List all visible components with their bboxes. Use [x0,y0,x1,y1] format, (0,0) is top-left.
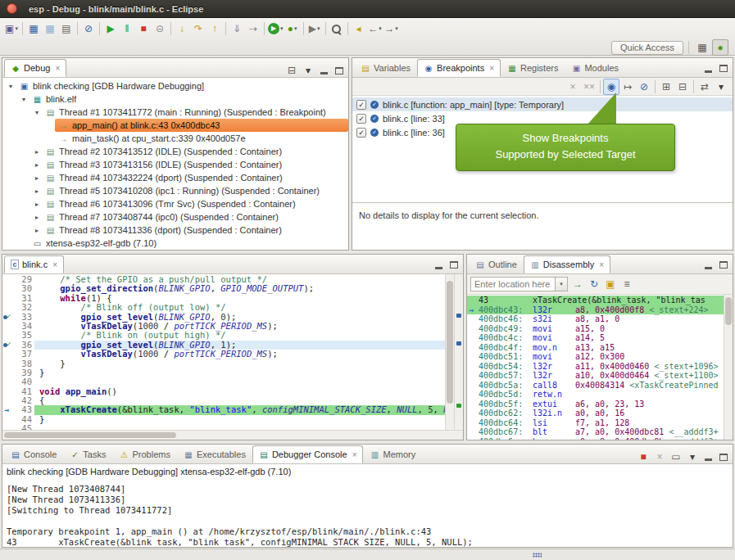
debug-tree-row[interactable]: ▸Thread #3 1073413156 (IDLE) (Suspended … [2,158,348,171]
editor-vertical-scrollbar[interactable] [445,274,454,430]
tab-outline[interactable]: Outline [469,255,524,273]
collapse-all-icon[interactable]: ⊟ [284,62,300,79]
debug-tree-row[interactable]: ▸Thread #6 1073413096 (Tmr Svc) (Suspend… [2,197,348,210]
breakpoint-marker-icon[interactable] [2,341,15,350]
tab-disassembly[interactable]: Disassembly [524,255,610,273]
console-output[interactable]: blink checking [GDB Hardware Debugging] … [2,464,733,547]
location-combo[interactable]: Enter location here [470,277,568,291]
location-input[interactable]: Enter location here [470,277,556,291]
close-icon[interactable] [55,64,60,73]
disassembly-vertical-scrollbar[interactable] [724,295,733,440]
print-icon[interactable]: ▤ [58,20,75,37]
disassembly-line[interactable]: 400dbc4c:movia14, 5 [467,333,724,343]
debug-icon[interactable]: ●▾ [284,20,301,37]
editor-line[interactable]: 38 } [2,359,445,368]
disassembly-line[interactable]: 43xTaskCreate(&blink_task, "blink_tas [467,296,724,305]
tab-memory[interactable]: Memory [363,445,422,463]
collapse-twisty-icon[interactable]: ▾ [19,96,29,103]
breakpoint-checkbox[interactable] [356,100,366,110]
maximize-icon[interactable] [447,259,461,271]
terminate-icon[interactable]: ■ [135,20,152,37]
refresh-icon[interactable]: ↻ [586,276,602,292]
debug-tree-row[interactable]: main_task() at cpu_start.c:339 0x400d057… [2,132,348,145]
expand-twisty-icon[interactable]: ▸ [32,227,42,234]
debug-tree-row[interactable]: ▸Thread #4 1073432224 (dport) (Suspended… [2,171,348,184]
expand-twisty-icon[interactable]: ▸ [32,214,42,221]
save-all-icon[interactable]: ▦ [42,20,58,37]
disconnect-icon[interactable]: ⊝ [152,20,168,37]
minimize-icon[interactable] [432,259,446,271]
sash-handle[interactable] [533,553,542,558]
editor-line[interactable]: 41void app_main() [2,387,445,396]
tab-registers[interactable]: Registers [501,59,565,77]
debug-tree-row[interactable]: ▸Thread #8 1073411336 (dport) (Suspended… [2,224,348,237]
disassembly-line[interactable]: 400dbc5d:retw.n [467,390,724,400]
breakpoint-annotation[interactable] [456,314,461,318]
editor-line[interactable]: 43 xTaskCreate(&blink_task, "blink_task"… [2,405,445,414]
step-over-icon[interactable]: ↷ [190,20,206,37]
collapse-all-icon[interactable]: ⊟ [674,79,691,95]
disassembly-line[interactable]: 400dbc5a:call80x40084314 <xTaskCreatePin… [467,381,724,391]
terminate-icon[interactable]: ■ [635,449,651,465]
editor-line[interactable]: 37 vTaskDelay(1000 / portTICK_PERIOD_MS)… [2,350,445,359]
maximize-icon[interactable] [716,62,730,75]
save-icon[interactable]: ▦ [25,20,42,37]
disassembly-line[interactable]: 400dbc62:l32i.na0, a0, 16 [467,409,724,418]
external-tools-icon[interactable]: ▶▾ [306,20,323,37]
suspend-icon[interactable]: ‖ [119,20,135,37]
link-with-debug-view-icon[interactable]: ⇄ [696,79,713,95]
step-into-icon[interactable]: ↓ [174,20,190,37]
tab-debug[interactable]: Debug [4,59,66,77]
goto-file-for-breakpoint-icon[interactable]: ↦ [619,79,636,95]
breakpoint-checkbox[interactable] [356,114,366,124]
clear-console-icon[interactable]: ▭ [668,449,684,465]
breakpoint-checkbox[interactable] [356,128,366,138]
instruction-stepping-icon[interactable]: ⇢ [245,20,261,37]
overview-ruler[interactable] [454,274,463,430]
tab-modules[interactable]: Modules [565,59,625,77]
tab-blink-c[interactable]: blink.c [4,255,64,273]
expand-twisty-icon[interactable]: ▸ [32,148,42,156]
view-menu-icon[interactable]: ▾ [713,79,729,95]
goto-pc-icon[interactable]: → [569,276,586,292]
close-icon[interactable] [599,260,604,269]
scrollbar-thumb[interactable] [725,297,732,325]
remove-launch-icon[interactable]: × [651,449,668,465]
editor-line[interactable]: 39} [2,368,445,377]
debug-tree-row[interactable]: ▸Thread #7 1073408744 (ipc0) (Suspended … [2,210,348,224]
debug-tree-row[interactable]: ▾blink checking [GDB Hardware Debugging] [2,79,348,93]
editor-line[interactable]: 45 [2,424,445,430]
disassembly-line[interactable]: 400dbc46:s32ia8, a1, 0 [467,314,724,324]
debug-tree-row[interactable]: ▾blink.elf [2,93,348,106]
disassembly-line[interactable]: 400dbc6a:bnonea0, a8, 0x400dbc8b <__addd… [467,437,724,440]
last-edit-location-icon[interactable]: ◂ [351,20,367,37]
copy-icon[interactable]: ▣ [602,276,619,292]
skip-all-breakpoints-icon[interactable]: ⊘ [80,20,97,37]
maximize-icon[interactable] [716,451,730,463]
expand-all-icon[interactable]: ⊞ [658,79,674,95]
minimize-icon[interactable] [317,65,331,77]
tab-tasks[interactable]: Tasks [63,445,112,463]
disassembly-line[interactable]: 400dbc51:movia12, 0x300 [467,352,724,362]
step-return-icon[interactable]: ↑ [206,20,223,37]
remove-breakpoint-icon[interactable]: × [565,79,581,95]
view-options-icon[interactable]: ≡ [619,276,635,292]
tab-executables[interactable]: Executables [177,445,252,463]
back-icon[interactable]: ←▾ [367,20,383,37]
breakpoint-row[interactable]: blink.c [function: app_main] [type: Temp… [352,97,733,111]
expand-twisty-icon[interactable]: ▸ [32,174,42,182]
maximize-icon[interactable] [716,259,730,271]
disassembly-line[interactable]: 400dbc67:blta7, a0, 0x400dbc81 <__adddf3… [467,427,724,437]
disassembly-line[interactable]: 400dbc49:movia15, 0 [467,324,724,334]
breakpoint-marker-icon[interactable] [2,313,15,322]
editor-horizontal-scrollbar[interactable] [2,430,463,440]
debug-tree-row[interactable]: ▾Thread #1 1073411772 (main : Running) (… [2,106,348,119]
open-perspective-icon[interactable]: ▦ [694,39,710,56]
scrollbar-thumb[interactable] [4,432,176,438]
minimize-icon[interactable] [701,259,715,271]
debug-tree-row[interactable]: ▸Thread #2 1073413512 (IDLE) (Suspended … [2,145,348,158]
skip-all-breakpoints-icon[interactable]: ⊘ [636,79,652,95]
close-icon[interactable] [52,260,57,269]
run-icon[interactable]: ▶▾ [267,20,284,37]
tab-console[interactable]: Console [4,445,63,463]
